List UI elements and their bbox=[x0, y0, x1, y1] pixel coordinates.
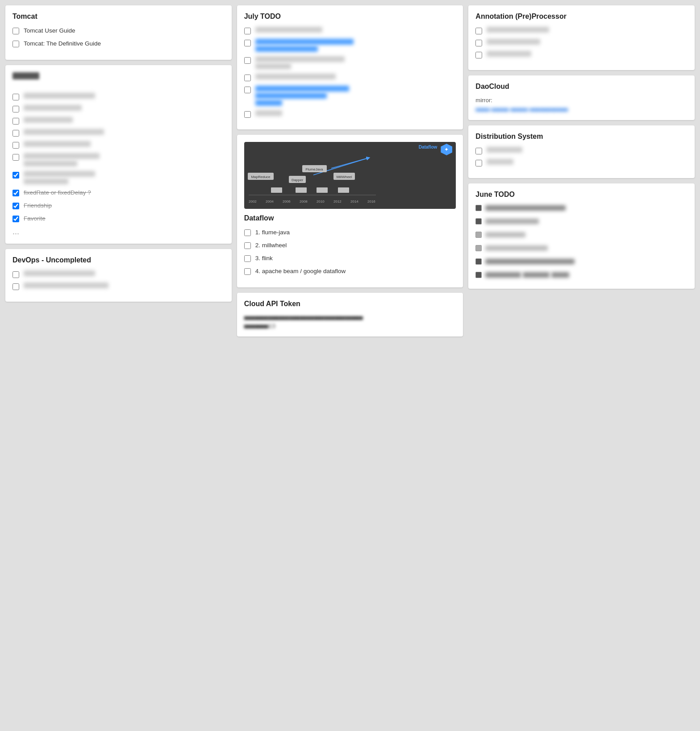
dist-item-2-checkbox[interactable] bbox=[475, 160, 482, 166]
svg-text:2016: 2016 bbox=[367, 199, 375, 204]
list-item: Favorite bbox=[12, 215, 225, 223]
list-item bbox=[475, 272, 688, 278]
svg-rect-11 bbox=[271, 187, 282, 193]
dist-item-1-checkbox[interactable] bbox=[475, 148, 482, 154]
tomcat-item-1-checkbox[interactable] bbox=[12, 28, 19, 34]
second-left-title bbox=[12, 72, 39, 79]
list-item bbox=[475, 258, 688, 265]
list-item bbox=[12, 171, 225, 184]
list-item bbox=[12, 153, 225, 166]
july-item-5-checkbox[interactable] bbox=[244, 87, 251, 93]
sl-item-4-label bbox=[24, 129, 104, 135]
favorite-checkbox[interactable] bbox=[12, 216, 19, 222]
july-todo-card: July TODO bbox=[237, 5, 463, 129]
list-item bbox=[475, 218, 688, 224]
list-item bbox=[475, 51, 688, 58]
favorite-label: Favorite bbox=[24, 215, 46, 223]
list-item bbox=[475, 39, 688, 46]
tomcat-item-2-label: Tomcat: The Definitive Guide bbox=[24, 40, 101, 48]
dataflow-item-1-checkbox[interactable] bbox=[244, 229, 251, 236]
tomcat-card: Tomcat Tomcat User Guide Tomcat: The Def… bbox=[5, 5, 232, 60]
list-item: Friendship bbox=[12, 202, 225, 210]
list-item bbox=[475, 205, 688, 211]
svg-text:2004: 2004 bbox=[266, 199, 274, 204]
june-cb-6[interactable] bbox=[475, 272, 482, 278]
sl-item-3-label bbox=[24, 117, 73, 123]
june-cb-4[interactable] bbox=[475, 245, 482, 251]
july-item-6-checkbox[interactable] bbox=[244, 111, 251, 118]
sl-item-5-checkbox[interactable] bbox=[12, 142, 19, 149]
svg-rect-13 bbox=[317, 187, 328, 193]
july-item-1-checkbox[interactable] bbox=[244, 28, 251, 34]
list-item bbox=[475, 245, 688, 251]
june-cb-5[interactable] bbox=[475, 258, 482, 265]
dataflow-title: Dataflow bbox=[244, 214, 456, 222]
june-cb-1[interactable] bbox=[475, 205, 482, 211]
svg-text:FlumeJava: FlumeJava bbox=[305, 167, 323, 171]
devops-item-1-label bbox=[24, 270, 95, 276]
sl-item-7-checkbox[interactable] bbox=[12, 172, 19, 179]
tomcat-item-1-label: Tomcat User Guide bbox=[24, 27, 75, 35]
sl-item-3-checkbox[interactable] bbox=[12, 118, 19, 125]
june-cb-3[interactable] bbox=[475, 232, 482, 238]
list-item bbox=[244, 27, 456, 34]
list-item bbox=[475, 147, 688, 154]
dataflow-item-4-checkbox[interactable] bbox=[244, 268, 251, 275]
list-item bbox=[475, 27, 688, 34]
list-item bbox=[12, 105, 225, 112]
fixed-rate-label: fixedRate or fixedDelay ? bbox=[24, 189, 91, 197]
sl-item-5-label bbox=[24, 141, 91, 147]
july-item-4-checkbox[interactable] bbox=[244, 75, 251, 81]
june-cb-2[interactable] bbox=[475, 218, 482, 224]
cloud-api-token-line2: ■■■■■■■13 bbox=[244, 323, 456, 329]
list-item bbox=[12, 282, 225, 290]
list-item bbox=[12, 93, 225, 100]
june-todo-card: June TODO bbox=[468, 183, 695, 289]
devops-card: DevOps - Uncompleted bbox=[5, 249, 232, 302]
dataflow-card: Dataflow ✦ bbox=[237, 135, 463, 287]
july-item-3-checkbox[interactable] bbox=[244, 57, 251, 64]
annotation-card: Annotation (Pre)Processor bbox=[468, 5, 695, 70]
dataflow-item-4-label: 4. apache beam / google dataflow bbox=[255, 267, 346, 276]
dataflow-item-2-checkbox[interactable] bbox=[244, 242, 251, 249]
dataflow-chart: Dataflow ✦ bbox=[244, 142, 456, 209]
ann-item-2-checkbox[interactable] bbox=[475, 40, 482, 46]
list-item: 4. apache beam / google dataflow bbox=[244, 267, 456, 276]
svg-rect-12 bbox=[296, 187, 307, 193]
daocloud-mirror-link[interactable]: ■■■■ ■■■■■ ■■■■■ ■■■■■■■■■■■ bbox=[475, 106, 688, 113]
svg-rect-14 bbox=[338, 187, 349, 193]
list-item: Tomcat: The Definitive Guide bbox=[12, 40, 225, 48]
second-left-card: fixedRate or fixedDelay ? Friendship Fav… bbox=[5, 65, 232, 244]
devops-item-1-checkbox[interactable] bbox=[12, 271, 19, 278]
fixed-rate-checkbox[interactable] bbox=[12, 190, 19, 196]
dataflow-item-3-label: 3. flink bbox=[255, 254, 273, 263]
sl-item-6-checkbox[interactable] bbox=[12, 154, 19, 161]
list-item: fixedRate or fixedDelay ? bbox=[12, 189, 225, 197]
devops-item-2-checkbox[interactable] bbox=[12, 283, 19, 290]
svg-text:2012: 2012 bbox=[333, 199, 342, 204]
sl-item-1-checkbox[interactable] bbox=[12, 94, 19, 100]
sl-item-4-checkbox[interactable] bbox=[12, 130, 19, 137]
list-item bbox=[244, 39, 456, 52]
ann-item-1-checkbox[interactable] bbox=[475, 28, 482, 34]
friendship-checkbox[interactable] bbox=[12, 203, 19, 209]
svg-text:2008: 2008 bbox=[300, 199, 308, 204]
dataflow-item-1-label: 1. flume-java bbox=[255, 228, 290, 237]
devops-title: DevOps - Uncompleted bbox=[12, 256, 225, 264]
cloud-api-token-line1: ■■■■■■■■■■■■■■■■■■■■■■■■■■■■■■■■■■ bbox=[244, 314, 456, 321]
ann-item-3-checkbox[interactable] bbox=[475, 52, 482, 58]
sl-item-2-checkbox[interactable] bbox=[12, 106, 19, 112]
tomcat-item-2-checkbox[interactable] bbox=[12, 41, 19, 47]
list-item bbox=[244, 110, 456, 118]
list-item: 1. flume-java bbox=[244, 228, 456, 237]
svg-text:MapReduce: MapReduce bbox=[251, 175, 271, 179]
friendship-label: Friendship bbox=[24, 202, 52, 210]
tomcat-title: Tomcat bbox=[12, 12, 225, 21]
list-item bbox=[12, 117, 225, 125]
july-item-2-checkbox[interactable] bbox=[244, 40, 251, 46]
dataflow-item-3-checkbox[interactable] bbox=[244, 255, 251, 262]
list-item bbox=[244, 56, 456, 69]
svg-text:MillWheel: MillWheel bbox=[336, 175, 352, 179]
main-grid: Tomcat Tomcat User Guide Tomcat: The Def… bbox=[0, 0, 700, 342]
list-item bbox=[475, 159, 688, 166]
